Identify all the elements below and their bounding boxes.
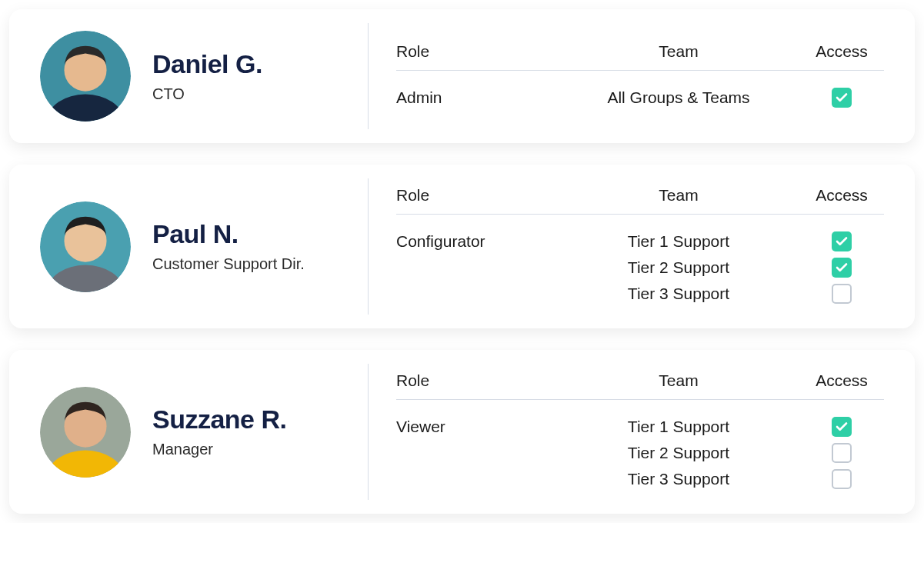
role-value: Configurator [396,232,558,251]
table-body: Configurator Tier 1 Support Tier 2 Suppo… [396,228,884,307]
table-header: Role Team Access [396,186,884,215]
header-role: Role [396,42,558,61]
role-value: Admin [396,88,558,107]
team-value: Tier 1 Support [558,232,799,251]
access-checkbox-checked[interactable] [832,258,852,278]
name-block: Paul N. Customer Support Dir. [152,219,305,274]
name-block: Suzzane R. Manager [152,405,286,459]
avatar [40,201,131,292]
person-block: Suzzane R. Manager [40,387,340,478]
details-table: Role Team Access Viewer Tier 1 Support T… [396,371,884,492]
person-block: Paul N. Customer Support Dir. [40,201,340,292]
access-cell [799,469,884,489]
access-checkbox-unchecked[interactable] [832,443,852,463]
vertical-divider [368,364,369,500]
header-access: Access [799,371,884,390]
table-body: Admin All Groups & Teams [396,85,884,111]
person-name: Suzzane R. [152,405,286,435]
access-checkbox-unchecked[interactable] [832,469,852,489]
header-access: Access [799,186,884,205]
person-title: CTO [152,84,262,104]
access-cell [799,231,884,251]
table-header: Role Team Access [396,42,884,71]
user-card: Suzzane R. Manager Role Team Access View… [9,350,915,514]
person-title: Manager [152,439,286,459]
header-team: Team [558,371,799,390]
person-title: Customer Support Dir. [152,254,305,274]
team-value: Tier 2 Support [558,258,799,277]
header-access: Access [799,42,884,61]
vertical-divider [368,23,369,129]
team-value: Tier 3 Support [558,470,799,488]
role-value: Viewer [396,418,558,436]
access-row: Admin All Groups & Teams [396,85,884,111]
name-block: Daniel G. CTO [152,49,262,104]
access-cell [799,417,884,437]
team-value: Tier 1 Support [558,418,799,436]
header-team: Team [558,186,799,205]
table-header: Role Team Access [396,371,884,400]
access-cell [799,284,884,304]
team-value: Tier 3 Support [558,285,799,303]
avatar [40,31,131,122]
avatar [40,387,131,478]
team-value: All Groups & Teams [558,88,799,107]
header-role: Role [396,186,558,205]
table-body: Viewer Tier 1 Support Tier 2 Support Tie… [396,414,884,492]
details-table: Role Team Access Configurator Tier 1 Sup… [396,186,884,307]
access-checkbox-checked[interactable] [832,417,852,437]
access-cell [799,88,884,108]
person-block: Daniel G. CTO [40,31,340,122]
user-card: Paul N. Customer Support Dir. Role Team … [9,165,915,328]
access-cell [799,258,884,278]
details-table: Role Team Access Admin All Groups & Team… [396,42,884,111]
user-card: Daniel G. CTO Role Team Access Admin All… [9,9,915,143]
access-row: Tier 3 Support [396,281,884,307]
header-team: Team [558,42,799,61]
access-row: Tier 2 Support [396,255,884,281]
access-cell [799,443,884,463]
vertical-divider [368,178,369,315]
header-role: Role [396,371,558,390]
access-row: Tier 2 Support [396,440,884,466]
access-checkbox-unchecked[interactable] [832,284,852,304]
person-name: Daniel G. [152,49,262,79]
person-name: Paul N. [152,219,305,249]
access-row: Tier 3 Support [396,466,884,492]
team-value: Tier 2 Support [558,444,799,462]
access-row: Viewer Tier 1 Support [396,414,884,440]
access-checkbox-checked[interactable] [832,231,852,251]
access-checkbox-checked[interactable] [832,88,852,108]
access-row: Configurator Tier 1 Support [396,228,884,255]
